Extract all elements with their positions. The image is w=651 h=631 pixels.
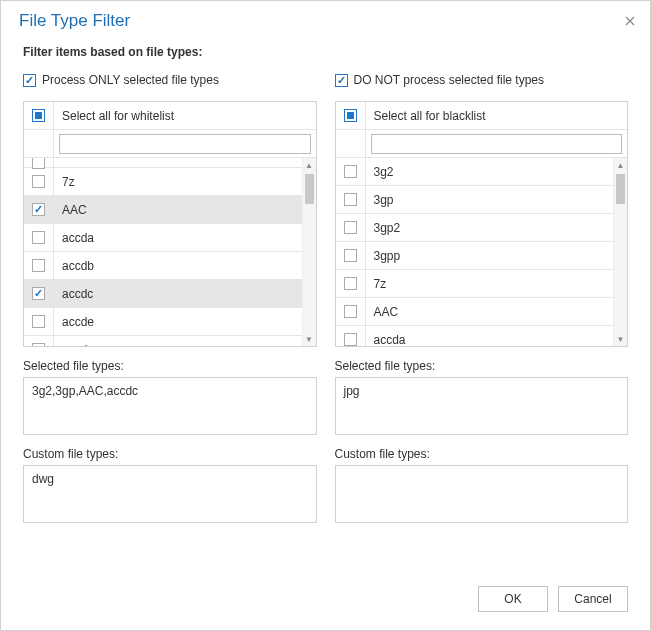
do-not-process-label: DO NOT process selected file types (354, 73, 545, 87)
dialog-title: File Type Filter (19, 11, 130, 31)
scroll-down-icon[interactable]: ▼ (614, 332, 627, 346)
whitelist-row-label: accdc (54, 280, 302, 307)
table-row[interactable]: 7z (336, 270, 614, 298)
whitelist-search-row (24, 130, 316, 158)
scrollbar-thumb[interactable] (305, 174, 314, 204)
blacklist-header: Select all for blacklist (336, 102, 628, 130)
table-row[interactable] (24, 158, 302, 168)
table-row[interactable]: 3gp2 (336, 214, 614, 242)
whitelist-row-checkbox[interactable] (32, 231, 45, 244)
table-row[interactable]: 3gp (336, 186, 614, 214)
table-row[interactable]: 7z (24, 168, 302, 196)
table-row[interactable]: accdr (24, 336, 302, 346)
whitelist-scrollbar[interactable]: ▲ ▼ (302, 158, 316, 346)
table-row[interactable]: 3gpp (336, 242, 614, 270)
whitelist-row-label: accde (54, 308, 302, 335)
whitelist-row-label (54, 158, 302, 167)
whitelist-column: Process ONLY selected file types Select … (23, 73, 317, 572)
whitelist-top-check-row: Process ONLY selected file types (23, 73, 317, 87)
blacklist-row-checkbox[interactable] (344, 221, 357, 234)
blacklist-row-label: 3gp2 (366, 214, 614, 241)
table-row[interactable]: accde (24, 308, 302, 336)
blacklist-top-check-row: DO NOT process selected file types (335, 73, 629, 87)
blacklist-rows: 3g23gp3gp23gpp7zAACaccda (336, 158, 614, 346)
whitelist-row-label: accda (54, 224, 302, 251)
whitelist-row-checkbox[interactable] (32, 175, 45, 188)
close-icon (625, 16, 635, 26)
table-row[interactable]: accda (336, 326, 614, 346)
blacklist-search-input[interactable] (371, 134, 623, 154)
blacklist-search-row (336, 130, 628, 158)
blacklist-scrollbar[interactable]: ▲ ▼ (613, 158, 627, 346)
ok-button[interactable]: OK (478, 586, 548, 612)
blacklist-listbox: Select all for blacklist 3g23gp3gp23gpp7… (335, 101, 629, 347)
whitelist-row-checkbox[interactable] (32, 259, 45, 272)
table-row[interactable]: accda (24, 224, 302, 252)
blacklist-select-all-checkbox[interactable] (344, 109, 357, 122)
blacklist-row-checkbox[interactable] (344, 193, 357, 206)
blacklist-row-checkbox[interactable] (344, 249, 357, 262)
whitelist-body: 7zAACaccdaaccdbaccdcaccdeaccdr ▲ ▼ (24, 158, 316, 346)
do-not-process-checkbox[interactable] (335, 74, 348, 87)
blacklist-selected-label: Selected file types: (335, 359, 629, 373)
blacklist-select-all-label: Select all for blacklist (366, 102, 628, 129)
blacklist-row-label: 3gpp (366, 242, 614, 269)
table-row[interactable]: AAC (24, 196, 302, 224)
whitelist-row-label: AAC (54, 196, 302, 223)
blacklist-row-label: 3g2 (366, 158, 614, 185)
scroll-up-icon[interactable]: ▲ (614, 158, 627, 172)
columns: Process ONLY selected file types Select … (1, 73, 650, 572)
close-button[interactable] (622, 13, 638, 29)
whitelist-select-all-checkbox[interactable] (32, 109, 45, 122)
blacklist-row-checkbox[interactable] (344, 305, 357, 318)
whitelist-row-checkbox[interactable] (32, 343, 45, 346)
whitelist-selected-label: Selected file types: (23, 359, 317, 373)
whitelist-selected-textarea[interactable]: 3g2,3gp,AAC,accdc (23, 377, 317, 435)
blacklist-custom-label: Custom file types: (335, 447, 629, 461)
file-type-filter-dialog: File Type Filter Filter items based on f… (0, 0, 651, 631)
whitelist-row-checkbox[interactable] (32, 315, 45, 328)
process-only-checkbox[interactable] (23, 74, 36, 87)
scroll-down-icon[interactable]: ▼ (303, 332, 316, 346)
blacklist-selected-textarea[interactable]: jpg (335, 377, 629, 435)
whitelist-row-checkbox[interactable] (32, 203, 45, 216)
blacklist-body: 3g23gp3gp23gpp7zAACaccda ▲ ▼ (336, 158, 628, 346)
scroll-up-icon[interactable]: ▲ (303, 158, 316, 172)
scrollbar-thumb[interactable] (616, 174, 625, 204)
cancel-button[interactable]: Cancel (558, 586, 628, 612)
blacklist-row-label: 3gp (366, 186, 614, 213)
titlebar: File Type Filter (1, 1, 650, 39)
subtitle: Filter items based on file types: (1, 39, 650, 73)
blacklist-column: DO NOT process selected file types Selec… (335, 73, 629, 572)
table-row[interactable]: AAC (336, 298, 614, 326)
whitelist-rows: 7zAACaccdaaccdbaccdcaccdeaccdr (24, 158, 302, 346)
process-only-label: Process ONLY selected file types (42, 73, 219, 87)
blacklist-row-label: 7z (366, 270, 614, 297)
whitelist-row-label: 7z (54, 168, 302, 195)
whitelist-custom-textarea[interactable]: dwg (23, 465, 317, 523)
blacklist-row-checkbox[interactable] (344, 165, 357, 178)
whitelist-row-checkbox[interactable] (32, 287, 45, 300)
blacklist-row-checkbox[interactable] (344, 333, 357, 346)
table-row[interactable]: accdb (24, 252, 302, 280)
table-row[interactable]: accdc (24, 280, 302, 308)
whitelist-search-input[interactable] (59, 134, 311, 154)
blacklist-row-checkbox[interactable] (344, 277, 357, 290)
whitelist-select-all-label: Select all for whitelist (54, 102, 316, 129)
whitelist-listbox: Select all for whitelist 7zAACaccdaaccdb… (23, 101, 317, 347)
whitelist-custom-label: Custom file types: (23, 447, 317, 461)
table-row[interactable]: 3g2 (336, 158, 614, 186)
whitelist-row-label: accdr (54, 336, 302, 346)
blacklist-row-label: accda (366, 326, 614, 346)
blacklist-custom-textarea[interactable] (335, 465, 629, 523)
button-bar: OK Cancel (1, 572, 650, 630)
whitelist-header: Select all for whitelist (24, 102, 316, 130)
blacklist-row-label: AAC (366, 298, 614, 325)
whitelist-row-label: accdb (54, 252, 302, 279)
